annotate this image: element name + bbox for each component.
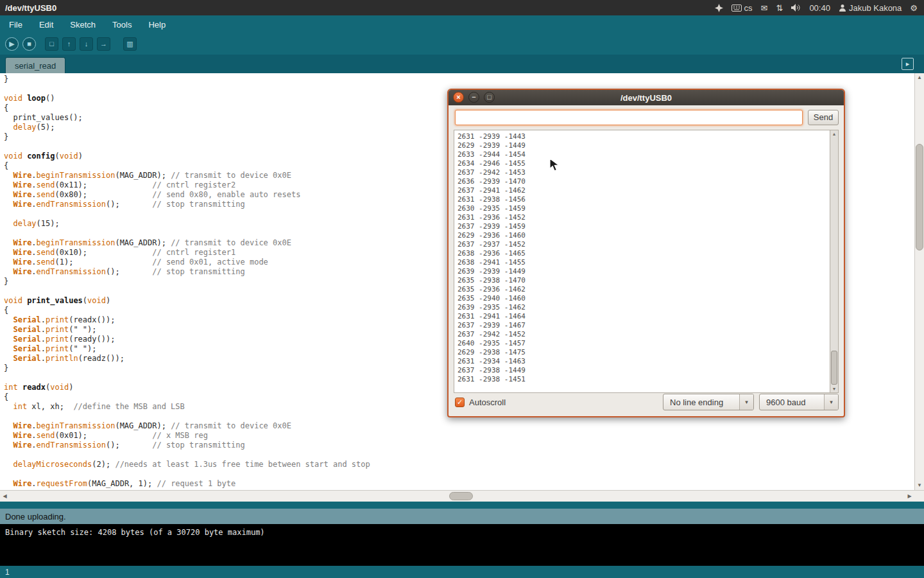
scroll-right-icon[interactable]: ▶ — [905, 491, 914, 502]
menu-file[interactable]: File — [6, 19, 25, 31]
baud-rate-value: 9600 baud — [760, 394, 824, 410]
serial-line: 2635 -2940 -1460 — [458, 294, 829, 303]
serial-line: 2637 -2937 -1452 — [458, 240, 829, 249]
new-sketch-button[interactable]: □ — [45, 37, 58, 51]
serial-output: 2631 -2939 -14432629 -2939 -14492633 -29… — [454, 130, 839, 393]
open-sketch-button[interactable]: ↑ — [62, 37, 76, 51]
scroll-up-icon[interactable]: ▲ — [915, 73, 924, 82]
username-label: Jakub Kakona — [849, 3, 902, 13]
session-menu[interactable]: ⚙ — [910, 3, 918, 13]
serial-input-row: Send — [455, 109, 839, 126]
scroll-left-icon[interactable]: ◀ — [0, 491, 10, 502]
toolbar: ▶ ■ □ ↑ ↓ → ▥ — [0, 33, 924, 55]
chevron-down-icon[interactable]: ▾ — [739, 394, 753, 410]
serial-monitor-controls: ✓ Autoscroll No line ending ▾ 9600 baud … — [455, 393, 839, 411]
keyboard-layout-indicator[interactable]: cs — [732, 3, 753, 13]
serial-output-scrollbar[interactable]: ▲ ▼ — [830, 130, 838, 392]
serial-line: 2636 -2939 -1470 — [458, 177, 829, 186]
minimize-button[interactable]: − — [468, 92, 479, 103]
scroll-down-icon[interactable]: ▼ — [915, 481, 924, 490]
serial-scroll-down-icon[interactable]: ▼ — [830, 385, 838, 392]
serial-line: 2629 -2939 -1449 — [458, 141, 829, 150]
volume-indicator[interactable] — [791, 4, 801, 12]
maximize-icon: □ — [487, 93, 492, 101]
code-line: Wire.send(0x01); // x MSB reg — [4, 431, 914, 441]
tab-menu-button[interactable]: ▸ — [902, 58, 914, 70]
line-ending-select[interactable]: No line ending ▾ — [663, 394, 754, 410]
serial-scroll-thumb[interactable] — [831, 351, 837, 385]
tabbar: serial_read ▸ — [0, 55, 924, 73]
messages-indicator[interactable]: ✉ — [761, 3, 768, 13]
window-title: /dev/ttyUSB0 — [5, 3, 56, 13]
baud-rate-select[interactable]: 9600 baud ▾ — [759, 394, 839, 410]
minimize-icon: − — [472, 93, 475, 101]
stop-button[interactable]: ■ — [22, 37, 36, 51]
maximize-button[interactable]: □ — [484, 92, 495, 103]
serial-line: 2631 -2936 -1452 — [458, 213, 829, 222]
code-line — [4, 469, 914, 479]
send-button[interactable]: Send — [808, 110, 839, 125]
line-ending-value: No line ending — [663, 394, 739, 410]
serial-line: 2637 -2939 -1467 — [458, 321, 829, 330]
autoscroll-label[interactable]: Autoscroll — [469, 398, 506, 407]
speaker-icon — [791, 4, 801, 12]
play-icon: ▶ — [9, 40, 14, 48]
menu-help[interactable]: Help — [146, 19, 168, 31]
horizontal-scroll-thumb[interactable] — [449, 492, 473, 500]
menu-sketch[interactable]: Sketch — [67, 19, 98, 31]
serial-line: 2639 -2935 -1462 — [458, 303, 829, 312]
save-sketch-button[interactable]: ↓ — [80, 37, 93, 51]
close-button[interactable]: × — [453, 92, 464, 103]
serial-line: 2640 -2935 -1457 — [458, 339, 829, 348]
menubar: File Edit Sketch Tools Help — [0, 15, 924, 33]
clock[interactable]: 00:40 — [809, 3, 830, 13]
code-line — [4, 450, 914, 460]
upload-icon: → — [100, 40, 107, 48]
menu-tools[interactable]: Tools — [110, 19, 134, 31]
keyboard-layout-label: cs — [744, 3, 753, 13]
editor-vertical-scrollbar[interactable]: ▲ ▼ — [914, 73, 924, 490]
code-line: } — [4, 74, 914, 84]
serial-monitor-button[interactable]: ▥ — [123, 37, 137, 51]
serial-line: 2629 -2936 -1460 — [458, 231, 829, 240]
serial-monitor-window: × − □ /dev/ttyUSB0 Send 2631 -2939 -1443… — [447, 89, 845, 417]
serial-line: 2630 -2935 -1459 — [458, 204, 829, 213]
indicator-icon[interactable] — [715, 4, 723, 12]
user-icon — [839, 4, 846, 12]
top-panel: /dev/ttyUSB0 cs ✉ ⇅ 00:40 Jakub Kakona ⚙ — [0, 0, 924, 15]
serial-line: 2639 -2939 -1449 — [458, 267, 829, 276]
network-indicator[interactable]: ⇅ — [776, 3, 783, 13]
serial-line: 2635 -2938 -1470 — [458, 276, 829, 285]
serial-line: 2635 -2936 -1462 — [458, 285, 829, 294]
code-line: Wire.requestFrom(MAG_ADDR, 1); // reques… — [4, 479, 914, 489]
serial-line: 2631 -2938 -1451 — [458, 375, 829, 384]
serial-line: 2637 -2941 -1462 — [458, 186, 829, 195]
tab-serial-read[interactable]: serial_read — [5, 57, 65, 73]
star-icon — [715, 4, 723, 12]
line-number-bar: 1 — [0, 566, 924, 578]
serial-line: 2637 -2942 -1453 — [458, 168, 829, 177]
serial-monitor-titlebar[interactable]: × − □ /dev/ttyUSB0 — [449, 90, 844, 105]
menu-edit[interactable]: Edit — [37, 19, 56, 31]
code-line: Wire.endTransmission(); // stop transmit… — [4, 441, 914, 450]
close-icon: × — [456, 93, 460, 101]
serial-line: 2638 -2936 -1465 — [458, 249, 829, 258]
open-icon: ↑ — [67, 40, 71, 48]
user-menu[interactable]: Jakub Kakona — [839, 3, 902, 13]
editor-horizontal-scrollbar[interactable]: ◀ ▶ — [0, 490, 924, 502]
serial-line: 2637 -2938 -1449 — [458, 366, 829, 375]
screen: /dev/ttyUSB0 cs ✉ ⇅ 00:40 Jakub Kakona ⚙… — [0, 0, 924, 578]
serial-line: 2633 -2944 -1454 — [458, 150, 829, 159]
verify-button[interactable]: ▶ — [5, 37, 19, 51]
serial-line: 2631 -2939 -1443 — [458, 132, 829, 141]
upload-button[interactable]: → — [97, 37, 110, 51]
chevron-down-icon[interactable]: ▾ — [824, 394, 838, 410]
code-line: Wire.beginTransmission(MAG_ADDR); // tra… — [4, 421, 914, 431]
system-tray: cs ✉ ⇅ 00:40 Jakub Kakona ⚙ — [715, 3, 924, 13]
stop-icon: ■ — [27, 40, 31, 48]
serial-input[interactable] — [455, 110, 803, 125]
serial-scroll-up-icon[interactable]: ▲ — [830, 130, 838, 137]
autoscroll-checkbox[interactable]: ✓ — [455, 398, 465, 407]
serial-output-text: 2631 -2939 -14432629 -2939 -14492633 -29… — [458, 132, 829, 392]
vertical-scroll-thumb[interactable] — [916, 144, 923, 250]
